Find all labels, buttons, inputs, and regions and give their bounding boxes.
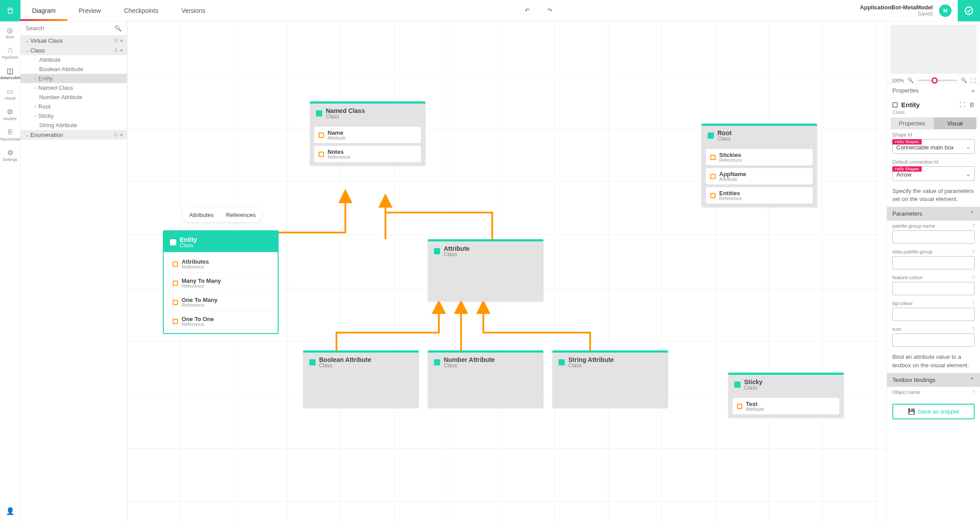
attr-icon bbox=[710, 155, 716, 160]
search-icon[interactable]: 🔍 bbox=[114, 25, 121, 32]
tab-preview[interactable]: Preview bbox=[67, 0, 113, 21]
class-icon bbox=[170, 239, 176, 245]
class-icon bbox=[434, 248, 440, 254]
rail-models[interactable]: ⚙Models bbox=[4, 108, 16, 121]
rail-settings[interactable]: ⚙Settings bbox=[3, 149, 17, 162]
search-input[interactable] bbox=[26, 25, 111, 32]
tree-virtual-class[interactable]: ⌄Virtual Class0+ bbox=[20, 36, 127, 45]
attr-icon bbox=[173, 300, 178, 305]
tree-class[interactable]: ⌄Class3+ bbox=[20, 45, 127, 55]
parameters-accordion[interactable]: Parameters⌃ bbox=[887, 207, 980, 221]
logo[interactable] bbox=[0, 0, 20, 21]
attr-row[interactable]: One To ManyReference bbox=[168, 294, 273, 310]
attr-row[interactable]: EntitiesReference bbox=[706, 187, 813, 204]
textbox-bindings-accordion[interactable]: Textbox bindings⌃ bbox=[887, 373, 980, 387]
help-icon[interactable]: ? bbox=[972, 389, 975, 395]
attr-row[interactable]: TextAttribute bbox=[733, 398, 839, 414]
attr-row[interactable]: StickiesReference bbox=[706, 149, 813, 165]
collapse-icon[interactable]: » bbox=[972, 87, 975, 94]
add-icon[interactable]: + bbox=[120, 47, 123, 54]
tree-enumeration[interactable]: ⌄Enumeration0+ bbox=[20, 130, 127, 140]
save-icon: 💾 bbox=[908, 408, 915, 415]
pill-references[interactable]: References bbox=[220, 208, 262, 222]
attr-row[interactable]: NotesReference bbox=[314, 146, 421, 162]
save-snippet-button[interactable]: 💾Save as snippet bbox=[892, 404, 975, 419]
node-entity[interactable]: EntityClass AttributesReference Many To … bbox=[163, 230, 279, 334]
undo-icon[interactable]: ↶ bbox=[525, 7, 530, 14]
node-root[interactable]: RootClass StickiesReference AppNameAttri… bbox=[701, 124, 817, 207]
palette-group-name-input[interactable] bbox=[892, 230, 975, 244]
icon-input[interactable] bbox=[892, 333, 975, 347]
attr-icon bbox=[710, 174, 716, 179]
attr-icon bbox=[319, 133, 324, 138]
chevron-up-icon: ⌃ bbox=[970, 377, 975, 383]
tab-checkpoints[interactable]: Checkpoints bbox=[113, 0, 170, 21]
add-icon[interactable]: + bbox=[120, 37, 123, 44]
redo-icon[interactable]: ↷ bbox=[547, 7, 552, 14]
attr-row[interactable]: AttributesReference bbox=[168, 256, 273, 272]
fullscreen-icon[interactable]: ⛶ bbox=[971, 78, 976, 83]
node-named-class[interactable]: Named ClassClass NameAttribute NotesRefe… bbox=[310, 101, 425, 166]
rail-user[interactable]: 👤 bbox=[6, 507, 14, 515]
avatar[interactable]: M bbox=[939, 4, 952, 17]
rail-visual[interactable]: ▭Visual bbox=[4, 87, 15, 100]
project-name: ApplicationBot-MetaModel bbox=[860, 4, 933, 11]
help-icon[interactable]: ? bbox=[972, 301, 975, 306]
minimap[interactable] bbox=[891, 25, 976, 74]
zoom-out-icon[interactable]: 🔍 bbox=[907, 77, 914, 83]
tree-named-class[interactable]: ›Named Class bbox=[20, 83, 127, 92]
tree-boolean-attribute[interactable]: Boolean Attribute bbox=[20, 64, 127, 74]
shape-id-select[interactable]: Hello ShapesConnectable main box⌄ bbox=[892, 139, 975, 154]
data-palette-group-input[interactable] bbox=[892, 256, 975, 269]
tree-entity[interactable]: ›Entity bbox=[20, 74, 127, 83]
chevron-up-icon: ⌃ bbox=[970, 210, 975, 217]
node-number-attribute[interactable]: Number AttributeClass bbox=[428, 350, 543, 408]
attr-row[interactable]: NameAttribute bbox=[314, 127, 421, 143]
validate-button[interactable] bbox=[958, 0, 980, 21]
zoom-slider[interactable] bbox=[917, 80, 957, 81]
help-icon[interactable]: ? bbox=[972, 223, 975, 229]
tab-diagram[interactable]: Diagram bbox=[20, 0, 67, 21]
subtab-properties[interactable]: Properties bbox=[891, 117, 934, 129]
rail-bots[interactable]: ◎Bots bbox=[6, 26, 14, 39]
class-icon bbox=[708, 133, 714, 139]
node-boolean-attribute[interactable]: Boolean AttributeClass bbox=[303, 350, 419, 408]
help-icon[interactable]: ? bbox=[972, 326, 975, 332]
attr-icon bbox=[737, 404, 742, 409]
diagram-canvas[interactable]: Attributes References Named ClassClass N… bbox=[127, 21, 887, 522]
subtab-visual[interactable]: Visual bbox=[934, 117, 977, 129]
tree-root[interactable]: ›Root bbox=[20, 102, 127, 111]
help-icon[interactable]: ? bbox=[972, 275, 975, 280]
attr-row[interactable]: AppNameAttribute bbox=[706, 168, 813, 185]
class-icon bbox=[734, 381, 741, 388]
tree-string-attribute[interactable]: String Attribute bbox=[20, 120, 127, 130]
chevron-down-icon: ⌄ bbox=[966, 170, 971, 177]
add-icon[interactable]: + bbox=[120, 131, 123, 138]
tree-sticky[interactable]: ›Sticky bbox=[20, 111, 127, 120]
connection-id-select[interactable]: Hello ShapesArrow⌄ bbox=[892, 166, 975, 181]
search-box[interactable]: 🔍 bbox=[20, 21, 127, 36]
rail-metamodels[interactable]: ◫Metamodels bbox=[0, 67, 21, 80]
node-string-attribute[interactable]: String AttributeClass bbox=[552, 350, 668, 408]
attr-icon bbox=[319, 152, 324, 157]
rail-repositories[interactable]: ⎘Repositories bbox=[0, 128, 21, 141]
feature-colour-input[interactable] bbox=[892, 282, 975, 295]
relation-pill[interactable]: Attributes References bbox=[183, 208, 262, 222]
attr-row[interactable]: Many To ManyReference bbox=[168, 275, 273, 291]
node-attribute[interactable]: AttributeClass bbox=[428, 239, 543, 301]
zoom-level: 100% bbox=[891, 78, 904, 83]
bg-colour-input[interactable] bbox=[892, 308, 975, 321]
pill-attributes[interactable]: Attributes bbox=[183, 208, 220, 222]
tab-versions[interactable]: Versions bbox=[170, 0, 217, 21]
tree-number-attribute[interactable]: Number Attribute bbox=[20, 92, 127, 102]
attr-row[interactable]: One To OneReference bbox=[168, 313, 273, 329]
class-icon bbox=[559, 359, 565, 365]
help-icon[interactable]: ? bbox=[972, 249, 975, 254]
tree-attribute[interactable]: Attribute bbox=[20, 55, 127, 64]
delete-icon[interactable]: 🗑 bbox=[969, 101, 975, 108]
zoom-in-icon[interactable]: 🔍 bbox=[961, 77, 967, 83]
node-sticky[interactable]: StickyClass TextAttribute bbox=[728, 373, 844, 418]
attr-icon bbox=[173, 319, 178, 324]
expand-icon[interactable]: ⛶ bbox=[960, 101, 965, 108]
rail-pipelines[interactable]: ⎍Pipelines bbox=[2, 46, 18, 60]
